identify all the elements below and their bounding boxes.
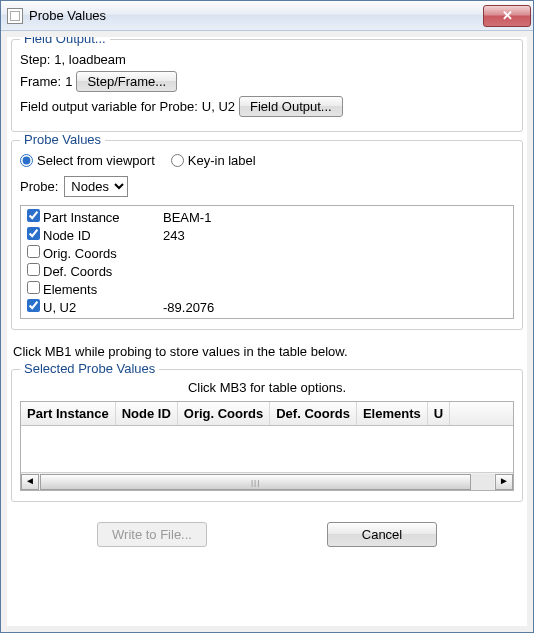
window-close-button[interactable]: ✕ <box>483 5 531 27</box>
probe-values-table: Part InstanceBEAM-1Node ID243Orig. Coord… <box>20 205 514 319</box>
table-body <box>21 426 513 472</box>
row-key: Node ID <box>43 228 163 243</box>
column-header[interactable]: U <box>428 402 450 425</box>
probe-value-row: Elements <box>23 280 511 298</box>
row-checkbox[interactable] <box>27 209 40 222</box>
row-key: Orig. Coords <box>43 246 163 261</box>
probe-select-label: Probe: <box>20 179 58 194</box>
dialog-content: Field Output... Step: 1, loadbeam Frame:… <box>7 37 527 626</box>
radio-keyin-input[interactable] <box>171 154 184 167</box>
probe-select[interactable]: Nodes <box>64 176 128 197</box>
probe-note: Click MB1 while probing to store values … <box>13 344 521 359</box>
row-value: 243 <box>163 228 185 243</box>
field-output-group: Field Output... Step: 1, loadbeam Frame:… <box>11 39 523 132</box>
selected-values-table: Part InstanceNode IDOrig. CoordsDef. Coo… <box>20 401 514 491</box>
row-key: Elements <box>43 282 163 297</box>
column-header[interactable]: Orig. Coords <box>178 402 270 425</box>
window-title: Probe Values <box>29 8 483 23</box>
row-value: BEAM-1 <box>163 210 211 225</box>
write-to-file-button: Write to File... <box>97 522 207 547</box>
probe-value-row: Def. Coords <box>23 262 511 280</box>
dialog-footer: Write to File... Cancel <box>11 510 523 555</box>
column-header[interactable]: Elements <box>357 402 428 425</box>
row-key: Part Instance <box>43 210 163 225</box>
step-label: Step: <box>20 52 50 67</box>
probe-values-group: Probe Values Select from viewport Key-in… <box>11 140 523 330</box>
probe-value-row: U, U2-89.2076 <box>23 298 511 316</box>
row-checkbox[interactable] <box>27 245 40 258</box>
scroll-left-arrow-icon[interactable]: ◄ <box>21 474 39 490</box>
probe-value-row: Part InstanceBEAM-1 <box>23 208 511 226</box>
frame-value: 1 <box>65 74 72 89</box>
radio-select-viewport[interactable]: Select from viewport <box>20 153 155 168</box>
column-header[interactable]: Node ID <box>116 402 178 425</box>
selected-values-group: Selected Probe Values Click MB3 for tabl… <box>11 369 523 502</box>
radio-select-viewport-label: Select from viewport <box>37 153 155 168</box>
probe-values-dialog: Probe Values ✕ Field Output... Step: 1, … <box>0 0 534 633</box>
column-header[interactable]: Part Instance <box>21 402 116 425</box>
field-output-button[interactable]: Field Output... <box>239 96 343 117</box>
probe-value-row: Orig. Coords <box>23 244 511 262</box>
selected-values-legend: Selected Probe Values <box>20 361 159 376</box>
scroll-right-arrow-icon[interactable]: ► <box>495 474 513 490</box>
field-output-legend: Field Output... <box>20 37 110 46</box>
row-checkbox[interactable] <box>27 281 40 294</box>
app-icon <box>7 8 23 24</box>
scroll-thumb[interactable] <box>40 474 471 490</box>
row-key: Def. Coords <box>43 264 163 279</box>
table-header-row: Part InstanceNode IDOrig. CoordsDef. Coo… <box>21 402 513 426</box>
row-checkbox[interactable] <box>27 299 40 312</box>
probe-values-legend: Probe Values <box>20 132 105 147</box>
frame-label: Frame: <box>20 74 61 89</box>
row-checkbox[interactable] <box>27 227 40 240</box>
row-checkbox[interactable] <box>27 263 40 276</box>
probe-var-value: U, U2 <box>202 99 235 114</box>
probe-value-row: Node ID243 <box>23 226 511 244</box>
row-value: -89.2076 <box>163 300 214 315</box>
radio-keyin-label-option[interactable]: Key-in label <box>171 153 256 168</box>
horizontal-scrollbar[interactable]: ◄ ► <box>21 472 513 490</box>
radio-keyin-text: Key-in label <box>188 153 256 168</box>
row-key: U, U2 <box>43 300 163 315</box>
scroll-track[interactable] <box>40 474 494 490</box>
step-frame-button[interactable]: Step/Frame... <box>76 71 177 92</box>
probe-var-label: Field output variable for Probe: <box>20 99 198 114</box>
column-header[interactable]: Def. Coords <box>270 402 357 425</box>
table-hint: Click MB3 for table options. <box>20 380 514 395</box>
step-value: 1, loadbeam <box>54 52 126 67</box>
cancel-button[interactable]: Cancel <box>327 522 437 547</box>
titlebar: Probe Values ✕ <box>1 1 533 31</box>
radio-select-viewport-input[interactable] <box>20 154 33 167</box>
